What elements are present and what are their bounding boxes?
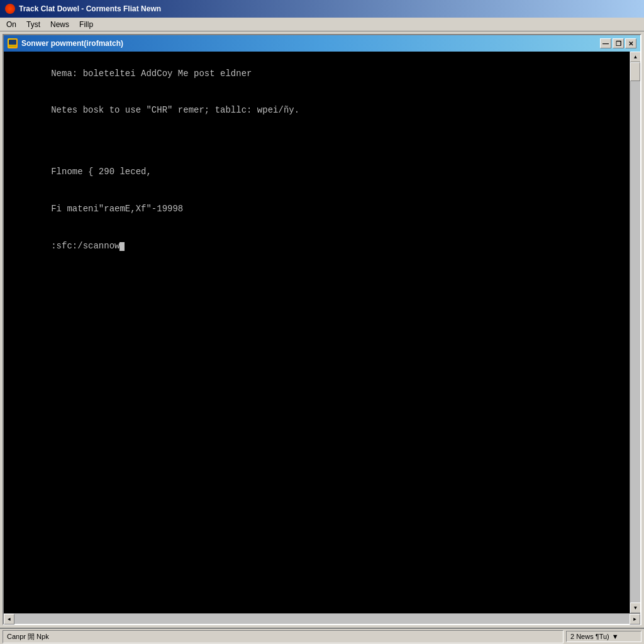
menu-bar: On Tyst News Fillp	[0, 18, 644, 31]
inner-title-bar: Sonwer powment(irofmatch) — ❐ ✕	[4, 35, 640, 52]
close-button[interactable]: ✕	[625, 38, 636, 48]
cmd-area: Nema: boleteltei AddCoy Me post eldner N…	[4, 52, 640, 613]
svg-rect-1	[9, 45, 16, 47]
outer-window: Track Clat Dowel - Corments Fliat Newn O…	[0, 0, 644, 644]
vertical-scrollbar[interactable]: ▲ ▼	[630, 52, 640, 613]
scroll-right-button[interactable]: ►	[630, 614, 640, 625]
outer-title-text: Track Clat Dowel - Corments Fliat Newn	[19, 4, 639, 13]
minimize-button[interactable]: —	[600, 38, 611, 48]
inner-title-text: Sonwer powment(irofmatch)	[21, 39, 596, 48]
horizontal-scrollbar[interactable]: ◄ ►	[4, 613, 640, 624]
menu-fillp[interactable]: Fillp	[75, 19, 97, 30]
status-dropdown-arrow[interactable]: ▼	[612, 633, 619, 640]
menu-tyst[interactable]: Tyst	[23, 19, 44, 30]
cmd-output[interactable]: Nema: boleteltei AddCoy Me post eldner N…	[4, 52, 630, 613]
output-line-1: Nema: boleteltei AddCoy Me post eldner	[51, 69, 252, 79]
inner-window: Sonwer powment(irofmatch) — ❐ ✕ Nema: bo…	[3, 34, 641, 625]
scroll-down-arrow: ▼	[634, 605, 637, 611]
menu-on[interactable]: On	[3, 19, 20, 30]
scroll-up-button[interactable]: ▲	[630, 52, 640, 62]
outer-title-bar: Track Clat Dowel - Corments Fliat Newn	[0, 0, 644, 18]
svg-rect-0	[9, 40, 16, 45]
app-icon	[5, 4, 15, 14]
hscroll-track[interactable]	[14, 614, 630, 624]
output-line-2: Netes bosk to use "CHR" remer; tabllc: w…	[51, 105, 299, 115]
status-right-text: 2 News ¶Tu)	[570, 633, 609, 640]
status-left-text: Canpr 閒 Npk	[7, 633, 49, 640]
output-line-4: Flnome { 290 leced,	[51, 167, 152, 177]
output-line-6: :sfc:/scannow	[51, 241, 119, 251]
output-line-5: Fi mateni"raemE,Xf"-19998	[51, 204, 183, 214]
scroll-thumb[interactable]	[630, 62, 640, 81]
menu-news[interactable]: News	[47, 19, 73, 30]
scroll-track[interactable]	[630, 62, 640, 602]
scroll-down-button[interactable]: ▼	[630, 602, 640, 613]
status-right: 2 News ¶Tu) ▼	[566, 631, 641, 642]
status-left: Canpr 閒 Npk	[3, 630, 564, 643]
scroll-left-button[interactable]: ◄	[4, 614, 14, 625]
status-bar: Canpr 閒 Npk 2 News ¶Tu) ▼	[0, 628, 644, 644]
cmd-icon	[8, 38, 18, 48]
scroll-right-arrow: ►	[633, 616, 636, 622]
title-buttons: — ❐ ✕	[600, 38, 636, 48]
restore-button[interactable]: ❐	[613, 38, 624, 48]
scroll-up-arrow: ▲	[634, 54, 637, 60]
scroll-left-arrow: ◄	[8, 616, 11, 622]
text-cursor	[119, 242, 125, 251]
